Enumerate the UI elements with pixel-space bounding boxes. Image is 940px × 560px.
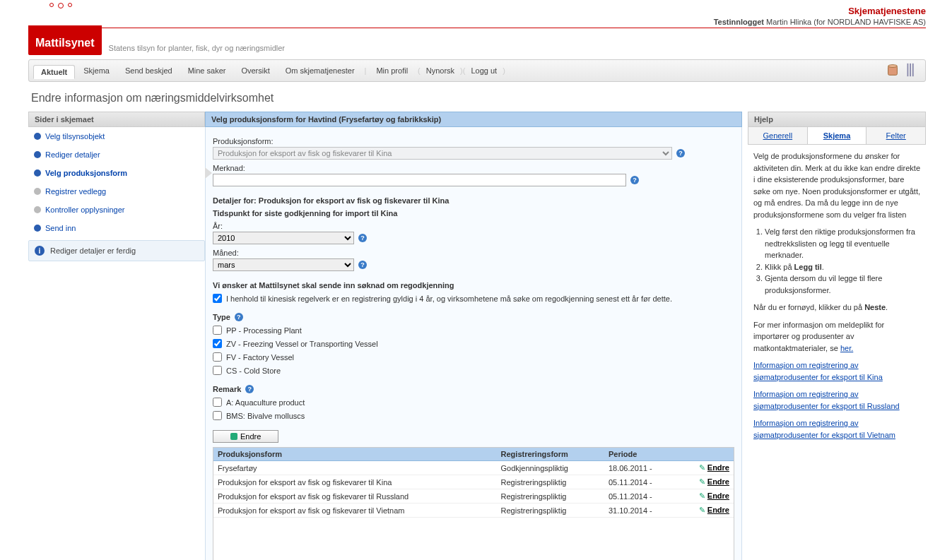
table-row: Produksjon for eksport av fisk og fiskev… bbox=[213, 504, 734, 518]
merknad-input[interactable] bbox=[213, 174, 626, 186]
cell-periode: 05.11.2014 - bbox=[604, 489, 678, 504]
prodform-select[interactable]: Produksjon for eksport av fisk og fiskev… bbox=[213, 147, 672, 160]
reapproval-title: Vi ønsker at Mattilsynet skal sende inn … bbox=[213, 281, 734, 290]
tab-send-beskjed[interactable]: Send beskjed bbox=[118, 64, 180, 77]
cell-periode: 31.10.2014 - bbox=[604, 504, 678, 518]
sidebar-info-text: Rediger detaljer er ferdig bbox=[50, 246, 136, 255]
reapproval-checkbox[interactable] bbox=[213, 294, 222, 303]
logo[interactable]: Mattilsynet bbox=[28, 25, 102, 55]
month-label: Måned: bbox=[213, 249, 734, 257]
year-select[interactable]: 2010 bbox=[213, 232, 354, 244]
service-title: Skjematjenestene bbox=[714, 6, 926, 16]
bullet-icon bbox=[34, 225, 41, 232]
sidebar-item-send[interactable]: Send inn bbox=[28, 219, 205, 237]
tab-om[interactable]: Om skjematjenester bbox=[278, 64, 362, 77]
tab-nynorsk[interactable]: Nynorsk bbox=[423, 64, 457, 77]
help-tab-felter[interactable]: Felter bbox=[866, 127, 925, 144]
login-user: Martin Hlinka (for NORDLAND HAVFISKE AS) bbox=[766, 18, 926, 26]
page-title: Endre informasjon om næringsmiddelvirkso… bbox=[0, 82, 940, 112]
help-tab-skjema[interactable]: Skjema bbox=[808, 127, 867, 144]
cell-prodform: Produksjon for eksport av fisk og fiskev… bbox=[213, 489, 497, 504]
row-edit-link[interactable]: Endre bbox=[707, 463, 729, 472]
tab-aktuelt[interactable]: Aktuelt bbox=[33, 65, 75, 79]
reapproval-label: I henhold til kinesisk regelverk er en r… bbox=[226, 294, 672, 303]
cell-regform: Registreringspliktig bbox=[497, 489, 604, 504]
main-title: Velg produksjonsform for Havtind (Frysef… bbox=[205, 112, 742, 127]
svg-rect-4 bbox=[912, 64, 914, 76]
logo-dot-icon bbox=[68, 3, 72, 7]
sidebar-item-label: Velg produksjonsform bbox=[45, 169, 127, 177]
row-edit-link[interactable]: Endre bbox=[707, 506, 729, 514]
cell-periode: 18.06.2011 - bbox=[604, 461, 678, 475]
merknad-label: Merknad: bbox=[213, 164, 734, 172]
type-checkbox[interactable] bbox=[213, 339, 222, 348]
type-label: ZV - Freezing Vessel or Transporting Ves… bbox=[226, 340, 378, 348]
help-link-russland[interactable]: Informasjon om registrering av sjømatpro… bbox=[753, 390, 900, 410]
bullet-icon bbox=[34, 151, 41, 158]
table-col-regform: Registreringsform bbox=[497, 448, 604, 461]
type-label: PP - Processing Plant bbox=[226, 326, 302, 335]
sidebar-item-produksjonsform[interactable]: Velg produksjonsform bbox=[28, 164, 205, 182]
pencil-icon: ✎ bbox=[699, 506, 705, 514]
tab-skjema[interactable]: Skjema bbox=[76, 64, 117, 77]
help-icon[interactable]: ? bbox=[630, 176, 639, 184]
tab-oversikt[interactable]: Oversikt bbox=[234, 64, 276, 77]
details-title: Detaljer for: Produksjon for eksport av … bbox=[213, 196, 734, 205]
remark-checkbox[interactable] bbox=[213, 411, 222, 420]
nav-tabs: Aktuelt Skjema Send beskjed Mine saker O… bbox=[28, 59, 926, 82]
svg-rect-2 bbox=[907, 64, 909, 76]
sidebar-info: i Rediger detaljer er ferdig bbox=[28, 240, 205, 261]
sidebar-item-label: Send inn bbox=[45, 224, 76, 232]
sidebar-item-kontroller[interactable]: Kontroller opplysninger bbox=[28, 201, 205, 219]
fork-icon bbox=[904, 62, 918, 79]
row-edit-link[interactable]: Endre bbox=[707, 477, 729, 486]
sidebar-item-tilsynsobjekt[interactable]: Velg tilsynsobjekt bbox=[28, 127, 205, 145]
bullet-icon bbox=[34, 169, 41, 177]
sidebar-item-label: Registrer vedlegg bbox=[45, 187, 106, 196]
remark-label: Remark bbox=[213, 385, 241, 393]
sidebar-item-vedlegg[interactable]: Registrer vedlegg bbox=[28, 182, 205, 201]
help-link-kina[interactable]: Informasjon om registrering av sjømatpro… bbox=[753, 361, 883, 381]
type-checkbox[interactable] bbox=[213, 326, 222, 335]
type-label: CS - Cold Store bbox=[226, 367, 281, 375]
tidspunkt-title: Tidspunkt for siste godkjenning for impo… bbox=[213, 209, 734, 218]
sidebar-item-rediger[interactable]: Rediger detaljer bbox=[28, 145, 205, 164]
edit-icon bbox=[230, 433, 237, 440]
help-icon[interactable]: ? bbox=[676, 149, 685, 157]
help-link-her[interactable]: her. bbox=[840, 344, 853, 352]
type-checkbox[interactable] bbox=[213, 366, 222, 375]
prodform-label: Produksjonsform: bbox=[213, 137, 734, 145]
cell-regform: Godkjenningspliktig bbox=[497, 461, 604, 475]
endre-button-label: Endre bbox=[240, 432, 261, 441]
tab-mine-saker[interactable]: Mine saker bbox=[181, 64, 233, 77]
help-icon[interactable]: ? bbox=[235, 313, 243, 321]
help-icon[interactable]: ? bbox=[245, 385, 254, 393]
remark-label: BMS: Bivalve molluscs bbox=[226, 412, 305, 420]
remark-checkbox[interactable] bbox=[213, 398, 222, 407]
type-label: Type bbox=[213, 313, 230, 321]
pencil-icon: ✎ bbox=[699, 463, 705, 472]
type-checkbox[interactable] bbox=[213, 352, 222, 362]
login-label: Testinnlogget bbox=[714, 18, 764, 26]
help-title: Hjelp bbox=[748, 112, 926, 127]
help-link-vietnam[interactable]: Informasjon om registrering av sjømatpro… bbox=[753, 419, 895, 439]
help-icon[interactable]: ? bbox=[358, 234, 367, 242]
month-select[interactable]: mars bbox=[213, 258, 354, 271]
cell-prodform: Produksjon for eksport av fisk og fiskev… bbox=[213, 504, 497, 518]
login-info: Testinnlogget Martin Hlinka (for NORDLAN… bbox=[714, 18, 926, 26]
help-tab-generell[interactable]: Generell bbox=[748, 127, 808, 144]
year-label: År: bbox=[213, 222, 734, 230]
cell-regform: Registreringspliktig bbox=[497, 504, 604, 518]
can-icon bbox=[886, 62, 900, 79]
tab-logout[interactable]: Logg ut bbox=[468, 64, 500, 77]
endre-button[interactable]: Endre bbox=[213, 430, 278, 443]
sidebar-item-label: Kontroller opplysninger bbox=[45, 205, 125, 214]
table-col-prodform: Produksjonsform bbox=[213, 448, 497, 461]
help-icon[interactable]: ? bbox=[358, 261, 367, 269]
sidebar-item-label: Velg tilsynsobjekt bbox=[45, 132, 105, 141]
cell-prodform: Produksjon for eksport av fisk og fiskev… bbox=[213, 475, 497, 489]
row-edit-link[interactable]: Endre bbox=[707, 492, 729, 500]
tab-min-profil[interactable]: Min profil bbox=[369, 64, 415, 77]
svg-point-1 bbox=[888, 65, 898, 68]
help-ol1: Velg først den riktige produksjonsformen… bbox=[765, 226, 920, 261]
